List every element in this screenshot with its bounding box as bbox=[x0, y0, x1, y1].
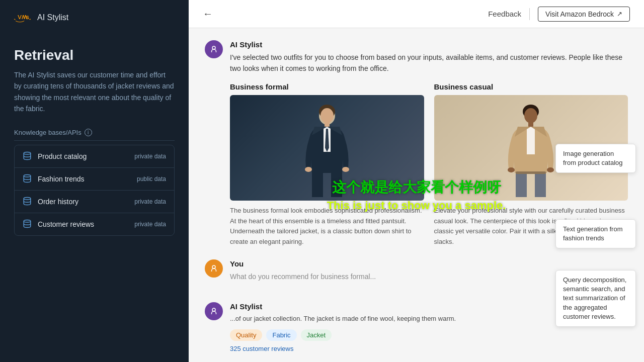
chat-area[interactable]: AI Stylist I've selected two outfits for… bbox=[189, 28, 644, 362]
kb-badge: public data bbox=[137, 175, 166, 183]
kb-item-reviews[interactable]: Customer reviews private data bbox=[15, 213, 174, 235]
svg-point-19 bbox=[547, 167, 554, 172]
svg-point-24 bbox=[212, 308, 215, 311]
svg-point-15 bbox=[524, 108, 537, 123]
ai-avatar-2 bbox=[205, 302, 223, 320]
topbar-right: Feedback Visit Amazon Bedrock ↗ bbox=[488, 7, 630, 22]
section-title: Retrieval bbox=[14, 47, 175, 63]
sidebar-body: Retrieval The AI Stylist saves our custo… bbox=[14, 35, 175, 236]
callout-text-generation: Text generation from fashion trends bbox=[555, 219, 636, 248]
svg-rect-8 bbox=[325, 122, 330, 127]
svg-point-3 bbox=[24, 220, 31, 222]
tag-row: Quality Fabric Jacket bbox=[230, 329, 628, 341]
main-panel: ← Feedback Visit Amazon Bedrock ↗ AI Sty… bbox=[189, 0, 644, 362]
back-button[interactable]: ← bbox=[203, 8, 213, 20]
svg-rect-20 bbox=[516, 172, 527, 197]
outfit-formal-desc: The business formal look embodies sophis… bbox=[230, 206, 424, 247]
topbar: ← Feedback Visit Amazon Bedrock ↗ bbox=[189, 0, 644, 28]
kb-name: Customer reviews bbox=[38, 220, 129, 228]
svg-point-11 bbox=[342, 167, 349, 172]
outfit-formal-label: Business formal bbox=[230, 82, 424, 91]
user-avatar bbox=[205, 259, 223, 278]
kb-name: Order history bbox=[38, 198, 129, 206]
svg-point-0 bbox=[24, 152, 31, 154]
kb-name: Fashion trends bbox=[38, 175, 132, 183]
formal-figure bbox=[297, 98, 357, 198]
database-icon bbox=[23, 197, 33, 207]
kb-badge: private data bbox=[134, 198, 166, 205]
callout-image-generation: Image generation from product catalog bbox=[555, 144, 636, 173]
svg-point-18 bbox=[508, 167, 515, 172]
kb-list: Product catalog private data Fashion tre… bbox=[14, 145, 175, 236]
sidebar-description: The AI Stylist saves our customer time a… bbox=[14, 69, 175, 115]
callout-query-decomposition: Query decomposition, semantic search, an… bbox=[555, 270, 636, 327]
outfit-formal-image bbox=[230, 95, 424, 201]
database-icon bbox=[23, 151, 33, 161]
svg-point-4 bbox=[212, 46, 215, 49]
svg-rect-21 bbox=[535, 172, 546, 197]
svg-point-7 bbox=[320, 108, 334, 123]
aws-logo bbox=[14, 12, 32, 23]
user-sender-name: You bbox=[230, 259, 628, 268]
kb-item-fashion[interactable]: Fashion trends public data bbox=[15, 168, 174, 191]
topbar-divider bbox=[529, 8, 530, 20]
feedback-link[interactable]: Feedback bbox=[488, 10, 521, 18]
svg-rect-16 bbox=[528, 122, 533, 127]
reviews-link[interactable]: 325 customer reviews bbox=[230, 345, 293, 352]
svg-point-23 bbox=[212, 265, 215, 268]
sidebar: AI Stylist Retrieval The AI Stylist save… bbox=[0, 0, 189, 362]
svg-rect-22 bbox=[516, 171, 546, 174]
ai-sender-name: AI Stylist bbox=[230, 40, 628, 49]
svg-point-10 bbox=[305, 167, 312, 172]
outfit-casual-label: Business casual bbox=[434, 82, 628, 91]
ai-avatar bbox=[205, 40, 223, 58]
info-icon[interactable]: i bbox=[85, 129, 92, 136]
kb-item-product[interactable]: Product catalog private data bbox=[15, 145, 174, 168]
knowledge-label: Knowledge bases/APIs i bbox=[14, 129, 175, 141]
svg-point-2 bbox=[24, 197, 31, 200]
external-link-icon: ↗ bbox=[617, 10, 622, 18]
visit-bedrock-button[interactable]: Visit Amazon Bedrock ↗ bbox=[538, 7, 630, 22]
topbar-left: ← bbox=[203, 8, 213, 20]
outfit-card-formal: Business formal bbox=[230, 82, 424, 247]
app-title: AI Stylist bbox=[37, 13, 68, 22]
svg-rect-17 bbox=[527, 127, 535, 154]
kb-item-order[interactable]: Order history private data bbox=[15, 191, 174, 213]
tag-jacket[interactable]: Jacket bbox=[301, 329, 332, 341]
kb-badge: private data bbox=[134, 153, 166, 160]
database-icon bbox=[23, 174, 33, 184]
tag-fabric[interactable]: Fabric bbox=[266, 329, 296, 341]
svg-rect-12 bbox=[312, 172, 323, 197]
svg-point-1 bbox=[24, 174, 31, 177]
casual-figure bbox=[501, 98, 561, 198]
sidebar-header: AI Stylist bbox=[14, 12, 175, 23]
svg-rect-13 bbox=[331, 172, 342, 197]
ai-intro-text: I've selected two outfits for you to cho… bbox=[230, 52, 628, 74]
database-icon bbox=[23, 219, 33, 229]
tag-quality[interactable]: Quality bbox=[230, 329, 262, 341]
kb-name: Product catalog bbox=[38, 152, 129, 160]
kb-badge: private data bbox=[134, 221, 166, 228]
